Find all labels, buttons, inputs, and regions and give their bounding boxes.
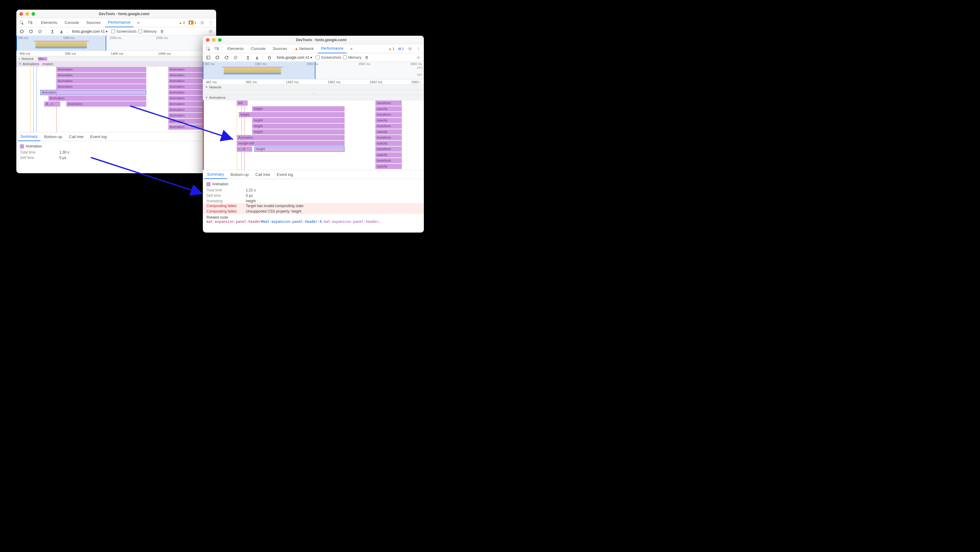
flame-bar[interactable]: t…m [237,146,252,152]
flame-bar[interactable]: transform [375,135,402,140]
track-ellipsis[interactable]: … [203,90,424,95]
tab-call-tree[interactable]: Call tree [253,170,273,179]
tab-call-tree[interactable]: Call tree [66,132,87,141]
download-icon[interactable] [58,28,65,35]
kebab-icon[interactable]: ⋮ [207,19,214,26]
flame-bar[interactable]: Animation [56,73,146,78]
flame-bar[interactable]: A…n [44,102,60,107]
overview[interactable]: 982 ms 1982 ms 2982 ms 3982 ms 4982 ms C… [203,62,424,80]
flame-bar[interactable]: left [237,100,248,106]
track-animations[interactable]: ▼Animations [203,95,424,100]
reload-icon[interactable] [27,28,35,35]
more-tabs-icon[interactable]: » [135,19,142,26]
time-ruler[interactable]: 482 ms 982 ms 1482 ms 1982 ms 2482 ms 29… [203,80,424,85]
related-node-link[interactable]: mat-expansion-panel-header#mat-expansion… [207,220,420,224]
upload-icon[interactable] [244,54,251,61]
issues-warning-badge[interactable]: ▲2 [178,21,186,25]
overview-selection[interactable] [16,36,106,51]
minimize-icon[interactable] [212,38,216,42]
clear-icon[interactable] [36,28,44,35]
issues-info-badge[interactable]: ◧1 [188,20,197,25]
overview[interactable]: 996 ms 1996 ms 2996 ms 3996 ms 4996 ms [16,36,216,51]
gc-icon[interactable] [158,28,165,35]
flame-bar-selected[interactable]: Animation [40,90,146,95]
record-icon[interactable] [214,54,221,61]
device-icon[interactable] [213,45,220,52]
flame-bar[interactable]: Animation [48,96,146,101]
flame-bar[interactable]: margin-left [237,141,345,146]
tab-summary[interactable]: Summary [204,170,227,179]
target-select[interactable]: fonts.google.com #1 ▾ [70,29,109,34]
tab-elements[interactable]: Elements [38,18,60,27]
flame-bar[interactable]: opacity [375,164,402,169]
tab-bottom-up[interactable]: Bottom-up [41,132,65,141]
flame-bar-selected[interactable]: height [254,146,345,152]
upload-icon[interactable] [49,28,56,35]
issues-info-badge[interactable]: ▤1 [397,46,405,51]
flame-bar[interactable]: transform [375,100,402,106]
flame-bar[interactable]: opacity [375,152,402,157]
minimize-icon[interactable] [25,12,29,16]
kebab-icon[interactable]: ⋮ [415,45,422,52]
flame-bar[interactable]: transform [375,124,402,129]
flamechart[interactable]: lefttransform heightopacity heighttransf… [203,100,424,170]
inspect-icon[interactable] [18,19,25,26]
device-icon[interactable] [27,19,34,26]
settings-icon[interactable] [406,45,414,52]
track-animations[interactable]: ▼Animations imation [16,62,216,67]
target-select[interactable]: fonts.google.com #1 ▾ [275,55,314,60]
tab-console[interactable]: Console [62,18,82,27]
screenshots-checkbox[interactable]: Screenshots [316,56,341,60]
inspect-icon[interactable] [205,45,212,52]
flame-bar[interactable]: opacity [375,141,402,146]
sidebar-toggle-icon[interactable] [205,54,212,61]
tab-performance[interactable]: Performance [318,44,346,53]
overview-selection[interactable] [203,62,315,79]
memory-checkbox[interactable]: Memory [343,56,361,60]
flame-bar[interactable]: height [239,112,345,117]
memory-checkbox[interactable]: Memory [138,29,156,33]
issues-warning-badge[interactable]: ▲1 [387,47,396,51]
tab-bottom-up[interactable]: Bottom-up [228,170,252,179]
download-icon[interactable] [253,54,261,61]
reload-icon[interactable] [223,54,230,61]
flame-bar[interactable]: height [252,124,345,129]
flame-bar[interactable]: opacity [375,118,402,123]
flame-bar[interactable]: Animation [56,84,146,89]
track-network[interactable]: ▼Network [203,85,424,90]
flame-bar[interactable]: Animation [56,67,146,72]
time-ruler[interactable]: 496 ms 996 ms 1496 ms 1996 ms 2496 [16,51,216,56]
settings-icon[interactable] [199,19,206,26]
flame-bar[interactable]: height [252,118,345,123]
zoom-icon[interactable] [32,12,35,16]
tab-elements[interactable]: Elements [224,44,247,53]
flame-bar[interactable]: opacity [375,129,402,134]
flame-bar[interactable]: transform [375,158,402,163]
gc-icon[interactable] [363,54,370,61]
track-network[interactable]: ▸Network tSe… [16,56,216,62]
tab-event-log[interactable]: Event log [274,170,296,179]
close-icon[interactable] [206,38,210,42]
capture-settings-icon[interactable] [415,54,422,61]
flame-bar[interactable]: height [252,106,345,111]
capture-settings-icon[interactable] [207,28,214,35]
tab-summary[interactable]: Summary [18,132,41,141]
tab-sources[interactable]: Sources [270,44,290,53]
tab-network[interactable]: ▲Network [291,44,317,53]
home-icon[interactable] [266,54,273,61]
flame-bar[interactable]: opacity [375,106,402,111]
flame-bar[interactable]: Animation [56,78,146,84]
flame-bar[interactable]: Animation [66,102,146,107]
flame-bar[interactable]: transform [375,146,402,152]
zoom-icon[interactable] [218,38,222,42]
flame-bar[interactable]: height [252,129,345,134]
flame-bar[interactable]: transform [375,112,402,117]
close-icon[interactable] [19,12,23,16]
record-icon[interactable] [18,28,25,35]
tab-console[interactable]: Console [248,44,269,53]
tab-sources[interactable]: Sources [83,18,104,27]
screenshots-checkbox[interactable]: Screenshots [111,29,137,33]
clear-icon[interactable] [232,54,239,61]
flamechart[interactable]: AnimationAnimation AnimationAnimation An… [16,67,216,132]
tab-event-log[interactable]: Event log [87,132,110,141]
